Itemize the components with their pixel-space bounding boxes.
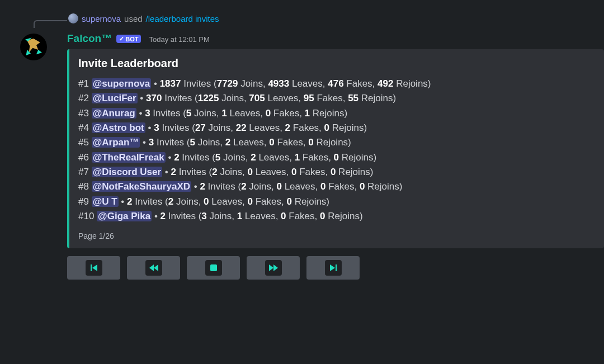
svg-marker-3 xyxy=(154,264,158,271)
stop-icon xyxy=(210,264,218,272)
bot-avatar[interactable] xyxy=(20,34,47,60)
rank: #9 xyxy=(78,196,89,207)
rank: #2 xyxy=(78,93,89,103)
message-timestamp: Today at 12:01 PM xyxy=(149,35,209,44)
user-mention[interactable]: @Astro bot xyxy=(92,122,145,133)
user-mention[interactable]: @Anurag xyxy=(92,108,136,119)
rank: #8 xyxy=(78,181,89,192)
rank: #1 xyxy=(78,78,89,89)
rank: #3 xyxy=(78,108,89,119)
fast-forward-icon xyxy=(268,264,279,272)
rank: #4 xyxy=(78,122,89,133)
stop-button[interactable] xyxy=(187,256,240,280)
svg-marker-1 xyxy=(92,264,97,271)
svg-rect-8 xyxy=(336,264,337,271)
pagination-buttons xyxy=(67,256,593,280)
rewind-icon xyxy=(149,264,159,272)
rank: #7 xyxy=(78,167,89,177)
invoker-username[interactable]: supernova xyxy=(82,14,121,23)
slash-command[interactable]: /leaderboard invites xyxy=(146,14,219,23)
embed-footer: Page 1/26 xyxy=(78,231,594,240)
first-page-button[interactable] xyxy=(67,256,120,280)
command-reply-line: supernova used /leaderboard invites xyxy=(68,13,219,23)
leaderboard-row: #4 @Astro bot • 3 Invites (27 Joins, 22 … xyxy=(78,121,594,135)
user-mention[interactable]: @Giga Pika xyxy=(97,211,152,221)
message-header: Falcon™ ✓ BOT Today at 12:01 PM xyxy=(67,32,593,45)
verified-check-icon: ✓ xyxy=(119,35,124,42)
prev-page-button[interactable] xyxy=(127,256,180,280)
leaderboard-body: #1 @supernova • 1837 Invites (7729 Joins… xyxy=(78,77,594,224)
leaderboard-row: #7 @Discord User • 2 Invites (2 Joins, 0… xyxy=(78,165,594,179)
leaderboard-row: #10 @Giga Pika • 2 Invites (3 Joins, 1 L… xyxy=(78,209,594,224)
embed: Invite Leaderboard #1 @supernova • 1837 … xyxy=(67,49,604,248)
svg-marker-6 xyxy=(273,264,278,271)
user-mention[interactable]: @Discord User xyxy=(92,167,162,177)
leaderboard-row: #9 @U T • 2 Invites (2 Joins, 0 Leaves, … xyxy=(78,195,594,209)
leaderboard-row: #1 @supernova • 1837 Invites (7729 Joins… xyxy=(78,77,594,91)
last-page-button[interactable] xyxy=(306,256,360,280)
svg-rect-0 xyxy=(91,264,92,271)
falcon-avatar-icon xyxy=(22,36,45,58)
user-mention[interactable]: @NotFakeShauryaXD xyxy=(92,181,191,192)
svg-rect-4 xyxy=(210,264,217,271)
user-mention[interactable]: @supernova xyxy=(92,78,152,89)
embed-title: Invite Leaderboard xyxy=(78,57,594,70)
rank: #10 xyxy=(78,211,94,221)
user-mention[interactable]: @U T xyxy=(92,196,119,207)
svg-marker-7 xyxy=(330,264,335,271)
svg-marker-5 xyxy=(269,264,273,271)
discord-message: supernova used /leaderboard invites Falc… xyxy=(0,0,604,280)
leaderboard-row: #5 @Arpan™ • 3 Invites (5 Joins, 2 Leave… xyxy=(78,135,594,150)
user-mention[interactable]: @TheRealFreak xyxy=(92,152,166,163)
invoker-avatar[interactable] xyxy=(68,13,78,23)
bot-tag-text: BOT xyxy=(125,36,138,42)
rank: #6 xyxy=(78,152,89,163)
leaderboard-row: #2 @LuciFer • 370 Invites (1225 Joins, 7… xyxy=(78,91,594,106)
skip-back-icon xyxy=(89,264,98,272)
rank: #5 xyxy=(78,137,89,148)
svg-marker-2 xyxy=(149,264,154,271)
bot-tag: ✓ BOT xyxy=(116,35,141,43)
skip-forward-icon xyxy=(329,264,338,272)
user-mention[interactable]: @Arpan™ xyxy=(92,137,140,148)
leaderboard-row: #3 @Anurag • 3 Invites (5 Joins, 1 Leave… xyxy=(78,106,594,121)
leaderboard-row: #8 @NotFakeShauryaXD • 2 Invites (2 Join… xyxy=(78,179,594,194)
reply-spine xyxy=(34,20,67,28)
next-page-button[interactable] xyxy=(247,256,300,280)
bot-username[interactable]: Falcon™ xyxy=(67,32,112,45)
leaderboard-row: #6 @TheRealFreak • 2 Invites (5 Joins, 2… xyxy=(78,150,594,165)
reply-verb: used xyxy=(124,14,143,23)
user-mention[interactable]: @LuciFer xyxy=(92,93,138,103)
